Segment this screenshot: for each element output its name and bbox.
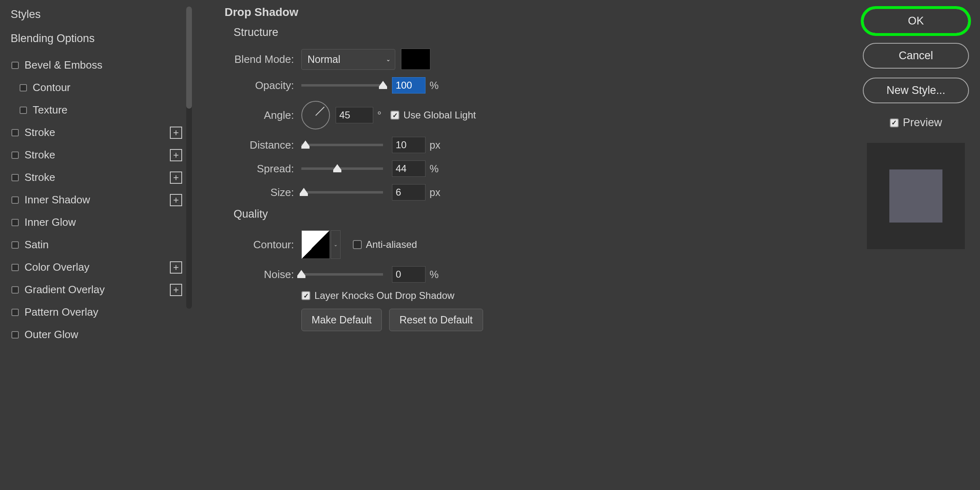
spread-input[interactable]: [392, 160, 425, 177]
anti-aliased-checkbox[interactable]: [353, 240, 362, 249]
chevron-down-icon: ⌄: [386, 56, 391, 62]
scrollbar-thumb[interactable]: [186, 7, 192, 109]
preview-label: Preview: [903, 116, 942, 129]
style-item-satin[interactable]: Satin: [8, 234, 188, 256]
style-item-inner-shadow[interactable]: Inner Shadow+: [8, 189, 188, 211]
slider-thumb[interactable]: [300, 188, 308, 196]
style-checkbox[interactable]: [11, 309, 19, 316]
styles-sidebar: Styles Blending Options Bevel & EmbossCo…: [0, 0, 192, 490]
preview-box: [867, 143, 965, 249]
size-slider[interactable]: [301, 191, 383, 194]
contour-swatch[interactable]: [301, 230, 330, 259]
knockout-label: Layer Knocks Out Drop Shadow: [314, 290, 454, 301]
panel-title: Drop Shadow: [225, 6, 845, 19]
style-label: Pattern Overlay: [24, 306, 185, 318]
style-item-texture[interactable]: Texture: [8, 99, 188, 121]
make-default-button[interactable]: Make Default: [301, 309, 382, 331]
add-effect-button[interactable]: +: [170, 194, 182, 206]
use-global-light-label: Use Global Light: [403, 109, 476, 121]
degree-unit: °: [377, 109, 381, 121]
style-checkbox[interactable]: [11, 62, 19, 69]
style-item-bevel-emboss[interactable]: Bevel & Emboss: [8, 54, 188, 76]
add-effect-button[interactable]: +: [170, 172, 182, 184]
blending-options-header[interactable]: Blending Options: [11, 32, 188, 45]
size-input[interactable]: [392, 184, 425, 200]
style-checkbox[interactable]: [20, 107, 27, 114]
style-label: Gradient Overlay: [24, 283, 170, 296]
anti-aliased-label: Anti-aliased: [366, 239, 417, 250]
angle-label: Angle:: [225, 109, 294, 122]
style-checkbox[interactable]: [11, 174, 19, 181]
opacity-slider[interactable]: [301, 84, 383, 87]
style-label: Inner Glow: [24, 216, 185, 229]
distance-input[interactable]: [392, 137, 425, 153]
blend-mode-value: Normal: [307, 53, 341, 65]
distance-slider[interactable]: [301, 144, 383, 146]
style-item-pattern-overlay[interactable]: Pattern Overlay: [8, 301, 188, 323]
style-checkbox[interactable]: [11, 151, 19, 159]
drop-shadow-panel: Drop Shadow Structure Blend Mode: Normal…: [192, 0, 858, 490]
style-checkbox[interactable]: [11, 129, 19, 136]
opacity-label: Opacity:: [225, 79, 294, 92]
shadow-color-swatch[interactable]: [401, 49, 430, 70]
dialog-actions: OK Cancel New Style... Preview: [858, 0, 980, 490]
size-label: Size:: [225, 186, 294, 199]
style-label: Stroke: [24, 149, 170, 161]
style-checkbox[interactable]: [11, 241, 19, 249]
slider-thumb[interactable]: [301, 140, 310, 149]
preview-swatch: [889, 169, 942, 223]
style-item-stroke[interactable]: Stroke+: [8, 144, 188, 166]
new-style-button[interactable]: New Style...: [863, 78, 969, 103]
slider-thumb[interactable]: [379, 81, 387, 89]
contour-dropdown[interactable]: ⌄: [331, 230, 341, 259]
structure-heading: Structure: [234, 26, 845, 39]
style-checkbox[interactable]: [11, 331, 19, 339]
style-label: Inner Shadow: [24, 194, 170, 206]
reset-default-button[interactable]: Reset to Default: [389, 309, 483, 331]
noise-input[interactable]: [392, 266, 425, 283]
angle-input[interactable]: [336, 107, 373, 123]
quality-heading: Quality: [234, 208, 845, 220]
slider-thumb[interactable]: [297, 270, 305, 278]
percent-unit: %: [430, 269, 439, 281]
distance-label: Distance:: [225, 139, 294, 151]
style-checkbox[interactable]: [11, 196, 19, 204]
style-label: Stroke: [24, 126, 170, 139]
style-item-stroke[interactable]: Stroke+: [8, 121, 188, 144]
style-label: Outer Glow: [24, 328, 185, 341]
ok-button[interactable]: OK: [863, 8, 969, 34]
style-item-outer-glow[interactable]: Outer Glow: [8, 323, 188, 346]
style-label: Satin: [24, 238, 185, 251]
style-item-gradient-overlay[interactable]: Gradient Overlay+: [8, 278, 188, 301]
cancel-button[interactable]: Cancel: [863, 43, 969, 69]
style-label: Texture: [33, 104, 185, 116]
style-item-stroke[interactable]: Stroke+: [8, 166, 188, 189]
slider-thumb[interactable]: [333, 164, 341, 172]
style-checkbox[interactable]: [11, 219, 19, 226]
opacity-input[interactable]: [392, 77, 425, 94]
add-effect-button[interactable]: +: [170, 149, 182, 161]
style-item-color-overlay[interactable]: Color Overlay+: [8, 256, 188, 278]
angle-dial[interactable]: [301, 101, 330, 129]
style-checkbox[interactable]: [20, 84, 27, 91]
sidebar-title: Styles: [11, 8, 188, 21]
spread-slider[interactable]: [301, 167, 383, 170]
style-checkbox[interactable]: [11, 286, 19, 294]
style-item-contour[interactable]: Contour: [8, 76, 188, 99]
blend-mode-select[interactable]: Normal ⌄: [301, 49, 395, 70]
use-global-light-checkbox[interactable]: [390, 111, 399, 120]
sidebar-scrollbar[interactable]: [186, 7, 192, 309]
add-effect-button[interactable]: +: [170, 261, 182, 274]
style-label: Bevel & Emboss: [24, 59, 185, 71]
style-checkbox[interactable]: [11, 264, 19, 271]
noise-label: Noise:: [225, 268, 294, 281]
percent-unit: %: [430, 163, 439, 175]
noise-slider[interactable]: [301, 273, 383, 276]
contour-label: Contour:: [225, 238, 294, 251]
style-item-inner-glow[interactable]: Inner Glow: [8, 211, 188, 234]
blend-mode-label: Blend Mode:: [225, 53, 294, 66]
add-effect-button[interactable]: +: [170, 284, 182, 296]
knockout-checkbox[interactable]: [301, 291, 310, 300]
add-effect-button[interactable]: +: [170, 127, 182, 139]
preview-checkbox[interactable]: [890, 118, 899, 127]
